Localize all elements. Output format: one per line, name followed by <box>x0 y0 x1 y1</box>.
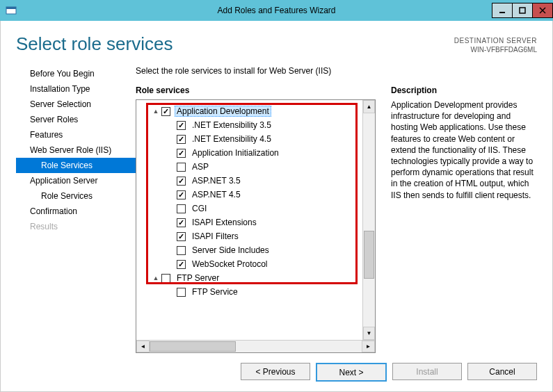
hscroll-thumb[interactable] <box>150 341 236 352</box>
tree-node-label[interactable]: Server Side Includes <box>190 245 271 256</box>
tree-node-label[interactable]: FTP Server <box>175 272 221 284</box>
install-button[interactable]: Install <box>392 363 462 380</box>
tree-node-label[interactable]: CGI <box>190 203 209 214</box>
nav-item[interactable]: Features <box>16 127 136 142</box>
scroll-up-button[interactable]: ▲ <box>363 100 375 113</box>
minimize-button[interactable] <box>492 3 513 18</box>
app-icon <box>3 2 19 19</box>
tree-row[interactable]: CGI <box>139 202 360 215</box>
tree-row[interactable]: .NET Extensibility 4.5 <box>139 132 360 146</box>
destination-label: DESTINATION SERVER <box>454 36 537 45</box>
tree-checkbox[interactable] <box>177 149 186 158</box>
svg-rect-3 <box>520 8 525 13</box>
tree-checkbox[interactable] <box>177 135 186 144</box>
tree-node-label[interactable]: WebSocket Protocol <box>190 259 270 270</box>
scroll-left-button[interactable]: ◄ <box>136 341 150 352</box>
tree-row[interactable]: ▲FTP Server <box>139 271 360 285</box>
destination-value: WIN-VFBFFDAG6ML <box>454 45 537 54</box>
tree-expander-icon[interactable]: ▲ <box>152 108 160 115</box>
description-title: Description <box>391 85 537 95</box>
tree-row[interactable]: Server Side Includes <box>139 243 360 257</box>
tree-node-label[interactable]: ASP <box>190 161 211 172</box>
scroll-down-button[interactable]: ▼ <box>363 327 375 340</box>
cancel-button[interactable]: Cancel <box>467 363 537 380</box>
nav-item[interactable]: Confirmation <box>16 204 136 219</box>
scroll-track[interactable] <box>363 113 375 327</box>
tree-row[interactable]: ASP.NET 4.5 <box>139 188 360 202</box>
window-title: Add Roles and Features Wizard <box>0 6 553 15</box>
next-button[interactable]: Next > <box>316 363 387 382</box>
tree-node-label[interactable]: ASP.NET 3.5 <box>190 175 243 186</box>
tree-node-label[interactable]: FTP Service <box>190 286 240 297</box>
vertical-scrollbar[interactable]: ▲ ▼ <box>362 100 375 340</box>
tree-checkbox[interactable] <box>177 288 186 297</box>
content-area: Select the role services to install for … <box>136 66 537 353</box>
tree-checkbox[interactable] <box>177 204 186 213</box>
header-row: Select role services DESTINATION SERVER … <box>16 33 537 55</box>
tree-expander-icon[interactable]: ▲ <box>152 275 160 281</box>
scroll-right-button[interactable]: ► <box>362 341 375 352</box>
nav-item: Results <box>16 219 136 234</box>
tree-checkbox[interactable] <box>177 218 186 227</box>
main-area: Before You BeginInstallation TypeServer … <box>16 66 537 353</box>
tree-checkbox[interactable] <box>177 232 186 241</box>
footer-buttons: < Previous Next > Install Cancel <box>16 353 537 382</box>
nav-item[interactable]: Web Server Role (IIS) <box>16 142 136 158</box>
tree-row[interactable]: ▲Application Development <box>139 104 360 118</box>
tree-row[interactable]: ISAPI Extensions <box>139 215 360 229</box>
tree-checkbox[interactable] <box>177 177 186 186</box>
tree-row[interactable]: ASP <box>139 160 360 174</box>
tree-node-label[interactable]: Application Initialization <box>190 147 281 158</box>
tree-row[interactable]: ISAPI Filters <box>139 229 360 243</box>
title-bar: Add Roles and Features Wizard <box>0 0 553 21</box>
close-button[interactable] <box>532 3 553 18</box>
tree-checkbox[interactable] <box>177 190 186 199</box>
page-title: Select role services <box>16 33 454 55</box>
nav-item[interactable]: Application Server <box>16 173 136 188</box>
panels-row: Role services ▲Application Development.N… <box>136 85 537 353</box>
tree-node-label[interactable]: .NET Extensibility 4.5 <box>190 133 273 145</box>
nav-item[interactable]: Role Services <box>16 158 136 173</box>
instruction-text: Select the role services to install for … <box>136 66 537 76</box>
description-panel: Description Application Development prov… <box>391 85 537 353</box>
svg-rect-1 <box>6 7 16 9</box>
tree-checkbox[interactable] <box>177 260 186 269</box>
nav-item[interactable]: Installation Type <box>16 81 136 97</box>
scroll-thumb[interactable] <box>364 231 374 279</box>
nav-item[interactable]: Before You Begin <box>16 66 136 81</box>
nav-item[interactable]: Server Roles <box>16 112 136 127</box>
tree-node-label[interactable]: ISAPI Extensions <box>190 217 259 228</box>
description-text: Application Development provides infrast… <box>391 99 537 201</box>
tree-node-label[interactable]: .NET Extensibility 3.5 <box>190 120 273 131</box>
tree-checkbox[interactable] <box>177 121 186 130</box>
tree-row[interactable]: WebSocket Protocol <box>139 257 360 271</box>
tree-checkbox[interactable] <box>161 107 170 116</box>
tree-row[interactable]: FTP Service <box>139 285 360 299</box>
hscroll-track[interactable] <box>150 341 362 352</box>
tree-checkbox[interactable] <box>161 274 170 283</box>
tree-row[interactable]: ASP.NET 3.5 <box>139 174 360 188</box>
wizard-window: Add Roles and Features Wizard Select rol… <box>0 0 553 392</box>
tree-row[interactable]: Application Initialization <box>139 146 360 160</box>
roles-panel: Role services ▲Application Development.N… <box>136 85 376 353</box>
tree-node-label[interactable]: ASP.NET 4.5 <box>190 189 243 200</box>
tree-row[interactable]: .NET Extensibility 3.5 <box>139 118 360 132</box>
wizard-nav: Before You BeginInstallation TypeServer … <box>16 66 136 353</box>
wizard-body: Select role services DESTINATION SERVER … <box>0 21 553 392</box>
roles-tree[interactable]: ▲Application Development.NET Extensibili… <box>136 100 362 340</box>
maximize-button[interactable] <box>512 3 533 18</box>
horizontal-scrollbar[interactable]: ◄ ► <box>136 340 375 352</box>
previous-button[interactable]: < Previous <box>241 363 310 380</box>
nav-item[interactable]: Server Selection <box>16 97 136 112</box>
roles-panel-title: Role services <box>136 85 376 95</box>
tree-checkbox[interactable] <box>177 163 186 172</box>
nav-item[interactable]: Role Services <box>16 188 136 204</box>
tree-checkbox[interactable] <box>177 246 186 255</box>
tree-node-label[interactable]: ISAPI Filters <box>190 231 241 242</box>
window-controls <box>492 3 553 18</box>
tree-node-label[interactable]: Application Development <box>175 106 271 117</box>
roles-tree-box: ▲Application Development.NET Extensibili… <box>136 99 376 353</box>
destination-info: DESTINATION SERVER WIN-VFBFFDAG6ML <box>454 36 537 54</box>
